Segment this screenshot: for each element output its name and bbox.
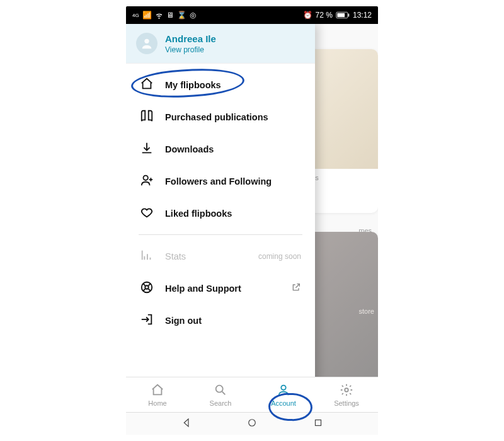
- home-icon: [151, 383, 164, 398]
- tab-label: Account: [271, 399, 296, 407]
- svg-point-10: [249, 419, 256, 426]
- account-icon: [277, 383, 290, 398]
- svg-point-3: [144, 39, 149, 43]
- avatar-icon: [136, 33, 158, 54]
- recents-button[interactable]: [312, 417, 324, 431]
- menu-signout[interactable]: Sign out: [126, 304, 315, 336]
- svg-point-8: [281, 385, 285, 389]
- account-drawer: Andreea Ile View profile My flipbooks Pu…: [126, 24, 315, 399]
- menu-liked[interactable]: Liked flipbooks: [126, 197, 315, 229]
- drawer-menu: My flipbooks Purchased publications Down…: [126, 64, 315, 399]
- tab-label: Home: [148, 399, 166, 407]
- menu-label: Liked flipbooks: [165, 209, 232, 219]
- laptop-icon: 🖥: [166, 11, 174, 20]
- menu-label: My flipbooks: [165, 80, 221, 90]
- menu-followers[interactable]: Followers and Following: [126, 165, 315, 197]
- menu-label: Downloads: [165, 144, 214, 154]
- menu-stats: Stats coming soon: [126, 240, 315, 272]
- book-icon: [140, 109, 154, 125]
- svg-rect-2: [337, 13, 345, 17]
- menu-downloads[interactable]: Downloads: [126, 133, 315, 165]
- menu-divider: [139, 234, 302, 235]
- alarm-icon: ⏰: [303, 11, 312, 20]
- tab-account[interactable]: Account: [252, 377, 315, 412]
- user-plus-icon: [140, 173, 154, 189]
- tab-settings[interactable]: Settings: [315, 377, 378, 412]
- svg-point-6: [145, 285, 149, 289]
- signout-icon: [140, 312, 154, 328]
- svg-point-4: [144, 176, 148, 180]
- wifi-icon: [155, 11, 163, 20]
- hourglass-icon: ⌛: [177, 11, 186, 20]
- signal-icon: 📶: [142, 11, 152, 20]
- support-icon: [140, 280, 154, 296]
- menu-label: Stats: [165, 251, 186, 261]
- profile-header[interactable]: Andreea Ile View profile: [126, 24, 315, 64]
- menu-label: Sign out: [165, 316, 202, 326]
- heart-icon: [140, 205, 154, 221]
- home-icon: [140, 77, 154, 93]
- svg-rect-11: [315, 420, 321, 425]
- svg-point-5: [142, 282, 152, 293]
- menu-label: Followers and Following: [165, 176, 272, 186]
- stats-icon: [140, 248, 154, 264]
- svg-point-7: [216, 385, 223, 392]
- tab-home[interactable]: Home: [126, 377, 189, 412]
- battery-text: 72 %: [316, 11, 333, 20]
- menu-label: Help and Support: [165, 284, 241, 294]
- view-profile-link[interactable]: View profile: [165, 45, 216, 54]
- search-icon: [214, 383, 227, 398]
- svg-point-9: [345, 388, 348, 392]
- android-navbar: [126, 412, 378, 435]
- clock-text: 13:12: [353, 11, 372, 20]
- download-icon: [140, 141, 154, 157]
- battery-icon: [336, 11, 350, 19]
- phone-frame: 4G 📶 🖥 ⌛ ◎ ⏰ 72 % 13:12 nes mes store: [126, 6, 378, 435]
- back-button[interactable]: [181, 417, 192, 431]
- external-link-icon: [291, 282, 301, 294]
- menu-purchased[interactable]: Purchased publications: [126, 101, 315, 133]
- instagram-icon: ◎: [190, 11, 196, 20]
- gear-icon: [340, 383, 353, 398]
- menu-label: Purchased publications: [165, 112, 268, 122]
- bottom-tabs: Home Search Account Settings: [126, 377, 378, 412]
- stats-note: coming soon: [258, 252, 301, 261]
- tab-label: Settings: [334, 399, 359, 407]
- tab-label: Search: [210, 399, 232, 407]
- menu-my-flipbooks[interactable]: My flipbooks: [126, 69, 315, 101]
- status-bar: 4G 📶 🖥 ⌛ ◎ ⏰ 72 % 13:12: [126, 6, 378, 24]
- profile-name: Andreea Ile: [165, 33, 216, 44]
- network-badge: 4G: [132, 13, 139, 18]
- menu-help[interactable]: Help and Support: [126, 272, 315, 304]
- svg-rect-1: [348, 14, 350, 17]
- tab-search[interactable]: Search: [189, 377, 252, 412]
- home-button[interactable]: [246, 417, 258, 431]
